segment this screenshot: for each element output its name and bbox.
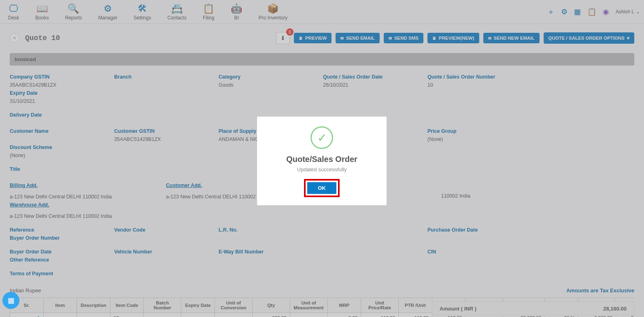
grid-icon: ▦ bbox=[8, 296, 15, 305]
success-modal: ✓ Quote/Sales Order Updated successfully… bbox=[257, 117, 387, 205]
apps-fab[interactable]: ▦ bbox=[2, 292, 19, 309]
ok-button[interactable]: OK bbox=[307, 182, 336, 194]
modal-title: Quote/Sales Order bbox=[265, 155, 378, 164]
ok-highlight: OK bbox=[304, 179, 340, 197]
check-icon: ✓ bbox=[310, 126, 333, 149]
modal-message: Updated successfully bbox=[265, 166, 378, 172]
